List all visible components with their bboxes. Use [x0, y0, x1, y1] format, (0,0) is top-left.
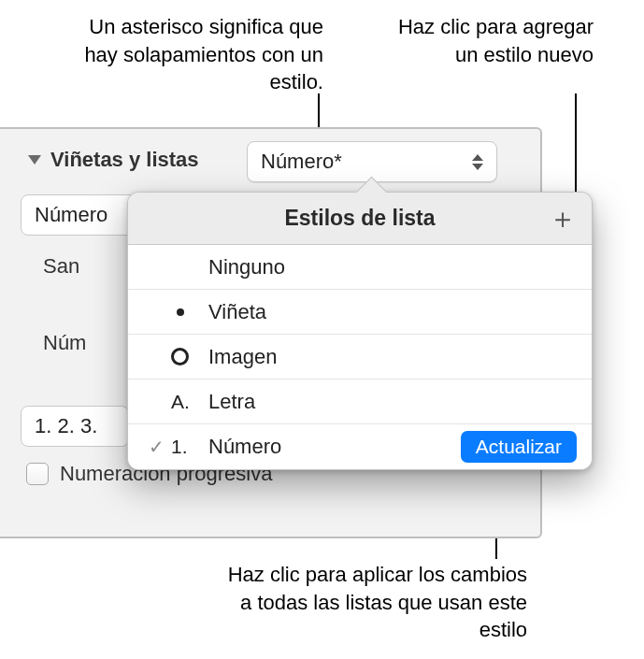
style-label: Letra [208, 390, 577, 414]
callout-asterisk: Un asterisco significa que hay solapamie… [52, 13, 323, 96]
letter-icon: A. [171, 391, 208, 413]
numbers-label: Núm [43, 331, 86, 355]
checkmark-icon: ✓ [141, 436, 171, 458]
style-row-image[interactable]: Imagen [128, 335, 592, 380]
callout-add-style: Haz clic para agregar un estilo nuevo [379, 13, 594, 68]
indent-label: San [43, 254, 79, 279]
style-label: Viñeta [208, 300, 577, 324]
number-format-dropdown[interactable]: 1. 2. 3. [21, 406, 129, 447]
style-row-number[interactable]: ✓ 1. Número Actualizar [128, 424, 592, 469]
number-type-field[interactable]: Número [21, 194, 133, 236]
list-styles-popup: Estilos de lista ＋ Ninguno Viñeta Imagen… [127, 192, 593, 470]
dropdown-value: Número* [261, 150, 472, 174]
style-label: Número [208, 435, 461, 459]
style-row-letter[interactable]: A. Letra [128, 380, 592, 424]
add-style-button[interactable]: ＋ [549, 205, 577, 233]
style-row-none[interactable]: Ninguno [128, 245, 592, 290]
style-list: Ninguno Viñeta Imagen A. Letra ✓ 1. Núme… [128, 245, 592, 469]
callout-update: Haz clic para aplicar los cambios a toda… [213, 561, 527, 644]
section-title: Viñetas y listas [50, 148, 199, 172]
chevron-down-icon [28, 155, 41, 165]
checkbox-icon[interactable] [26, 463, 49, 485]
style-row-bullet[interactable]: Viñeta [128, 290, 592, 335]
update-button[interactable]: Actualizar [461, 431, 577, 463]
number-icon: 1. [171, 436, 208, 458]
updown-arrows-icon [472, 154, 483, 170]
popup-header: Estilos de lista ＋ [128, 193, 592, 245]
image-bullet-icon [171, 348, 208, 365]
style-label: Ninguno [208, 255, 577, 279]
style-label: Imagen [208, 345, 577, 369]
bullet-icon [171, 308, 208, 316]
popup-title: Estilos de lista [284, 206, 435, 231]
